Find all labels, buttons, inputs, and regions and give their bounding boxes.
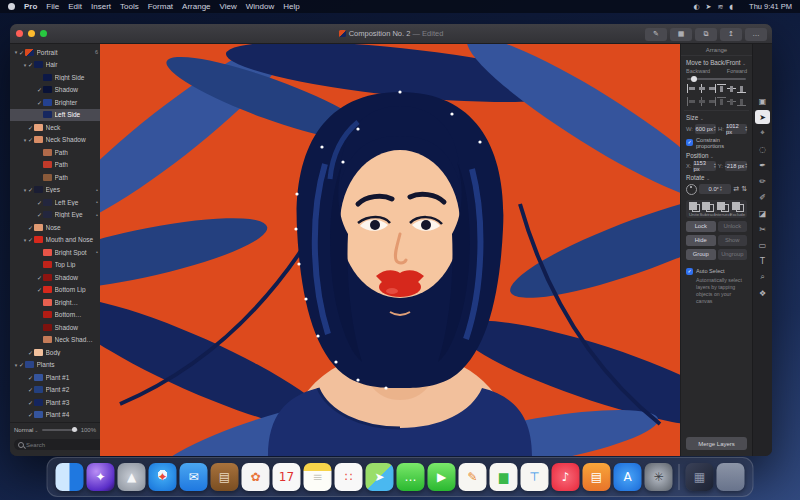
dock-screenshot[interactable]: ▦ <box>686 463 714 491</box>
menu-item[interactable]: Edit <box>68 2 82 11</box>
layer-row[interactable]: ✓ Bottom… <box>10 309 100 322</box>
search-box[interactable] <box>14 439 108 450</box>
action-secondary-button[interactable]: Unlock <box>718 221 748 232</box>
zoom-tool[interactable]: ⌕ <box>755 270 770 284</box>
distribute-top-icon[interactable] <box>717 97 726 106</box>
auto-select-checkbox[interactable]: ✓ <box>686 268 693 275</box>
layer-row[interactable]: ✓ Plant #3 <box>10 396 100 409</box>
dock-numbers[interactable]: ▆ <box>490 463 518 491</box>
rotate-header[interactable]: Rotate <box>686 174 747 181</box>
layer-row[interactable]: ✓ Body <box>10 346 100 359</box>
shape-tool[interactable]: ▭ <box>755 238 770 252</box>
menu-item[interactable]: File <box>46 2 59 11</box>
layer-row[interactable]: ✓ Right Eye • <box>10 209 100 222</box>
width-field[interactable]: 600 px <box>695 124 716 134</box>
volume-icon[interactable]: ◖ <box>729 3 733 11</box>
layer-row[interactable]: ✓ Top Lip <box>10 259 100 272</box>
align-left-icon[interactable] <box>687 84 696 93</box>
layer-row[interactable]: ✓ Left Side <box>10 109 100 122</box>
layer-row[interactable]: ✓ Neck <box>10 121 100 134</box>
action-primary-button[interactable]: Group <box>686 249 716 260</box>
zoom-button[interactable] <box>40 30 47 37</box>
pen-tool[interactable]: ✒ <box>755 158 770 172</box>
move-back-front-header[interactable]: Move to Back/Front <box>686 59 747 66</box>
layer-row[interactable]: ✓ Left Eye • <box>10 196 100 209</box>
layer-row[interactable]: ▾ ✓ Neck Shadow <box>10 134 100 147</box>
search-input[interactable] <box>26 442 104 448</box>
constrain-checkbox[interactable]: ✓ <box>686 139 693 146</box>
order-slider-knob[interactable] <box>691 76 697 82</box>
height-stepper[interactable] <box>745 126 747 132</box>
angle-field[interactable]: 0.0° <box>699 184 731 194</box>
minimize-button[interactable] <box>28 30 35 37</box>
dock-maps[interactable]: ➤ <box>366 463 394 491</box>
x-stepper[interactable] <box>714 163 716 169</box>
layer-row[interactable]: ✓ Nose <box>10 221 100 234</box>
layer-row[interactable]: ▾ ✓ Plants <box>10 359 100 372</box>
brush-tool[interactable]: ✐ <box>755 190 770 204</box>
menu-item[interactable]: Window <box>246 2 274 11</box>
dock-music[interactable]: ♪ <box>552 463 580 491</box>
dock-messages[interactable]: … <box>397 463 425 491</box>
rotate-dial[interactable] <box>686 184 697 195</box>
layout-button[interactable]: ▦ <box>670 28 692 41</box>
menu-item[interactable]: Tools <box>120 2 139 11</box>
canvas-artboard[interactable] <box>100 44 680 456</box>
flip-vertical-icon[interactable]: ⇅ <box>741 185 747 193</box>
node-tool[interactable]: ⌖ <box>755 126 770 140</box>
siri-icon[interactable]: ◐ <box>693 3 699 11</box>
dock-calendar[interactable]: 17 <box>273 463 301 491</box>
clock[interactable]: Thu 9:41 PM <box>749 2 792 11</box>
preview-button[interactable]: ⧉ <box>695 28 717 41</box>
app-menu[interactable]: Pro <box>24 2 37 11</box>
distribute-middle-icon[interactable] <box>727 97 736 106</box>
layer-row[interactable]: ✓ Plant #4 <box>10 409 100 422</box>
layer-row[interactable]: ✓ Plant #1 <box>10 371 100 384</box>
position-header[interactable]: Position <box>686 152 747 159</box>
dock-mail[interactable]: ✉ <box>180 463 208 491</box>
eraser-tool[interactable]: ◪ <box>755 206 770 220</box>
angle-stepper[interactable] <box>720 186 722 192</box>
dock-contacts[interactable]: ▤ <box>211 463 239 491</box>
layer-row[interactable]: ✓ Path <box>10 146 100 159</box>
align-center-icon[interactable] <box>697 84 706 93</box>
layer-row[interactable]: ▾ ✓ Portrait 6 <box>10 46 100 59</box>
action-primary-button[interactable]: Lock <box>686 221 716 232</box>
blend-mode-select[interactable]: Normal <box>14 427 39 433</box>
dock-finder[interactable] <box>56 463 84 491</box>
lasso-tool[interactable]: ◌ <box>755 142 770 156</box>
dock-launchpad[interactable]: ▲ <box>118 463 146 491</box>
menu-item[interactable]: Help <box>283 2 299 11</box>
width-stepper[interactable] <box>714 126 716 132</box>
y-stepper[interactable] <box>745 163 747 169</box>
share-button[interactable]: ↥ <box>720 28 742 41</box>
selection-tool[interactable]: ➤ <box>755 110 770 124</box>
layer-row[interactable]: ✓ Brighter <box>10 96 100 109</box>
wifi-icon[interactable]: ≋ <box>717 3 723 11</box>
align-right-icon[interactable] <box>707 84 716 93</box>
action-primary-button[interactable]: Hide <box>686 235 716 246</box>
layer-row[interactable]: ✓ Shadow <box>10 271 100 284</box>
layer-row[interactable]: ✓ Shadow <box>10 84 100 97</box>
action-secondary-button[interactable]: Show <box>718 235 748 246</box>
apple-logo-icon[interactable] <box>8 3 15 10</box>
merge-layers-button[interactable]: Merge Layers <box>686 437 747 450</box>
place-image-tool[interactable]: ▣ <box>755 94 770 108</box>
distribute-bottom-icon[interactable] <box>737 97 746 106</box>
layer-row[interactable]: ✓ Path <box>10 159 100 172</box>
opacity-slider-knob[interactable] <box>72 427 77 432</box>
opacity-slider[interactable] <box>42 429 78 431</box>
dock-trash[interactable] <box>717 463 745 491</box>
action-secondary-button[interactable]: Ungroup <box>718 249 748 260</box>
draw-mode-button[interactable]: ✎ <box>645 28 667 41</box>
dock-photos[interactable]: ✿ <box>242 463 270 491</box>
dock-notes[interactable]: ≡ <box>304 463 332 491</box>
dock-keynote[interactable]: ⊤ <box>521 463 549 491</box>
inspector-tab-title[interactable]: Arrange <box>681 44 752 56</box>
menu-item[interactable]: Arrange <box>182 2 210 11</box>
layer-row[interactable]: ✓ Bright… <box>10 296 100 309</box>
layer-row[interactable]: ✓ Bright Spot • <box>10 246 100 259</box>
close-button[interactable] <box>16 30 23 37</box>
distribute-right-icon[interactable] <box>707 97 716 106</box>
title-bar[interactable]: Composition No. 2 — Edited ✎▦⧉↥… <box>10 24 772 44</box>
